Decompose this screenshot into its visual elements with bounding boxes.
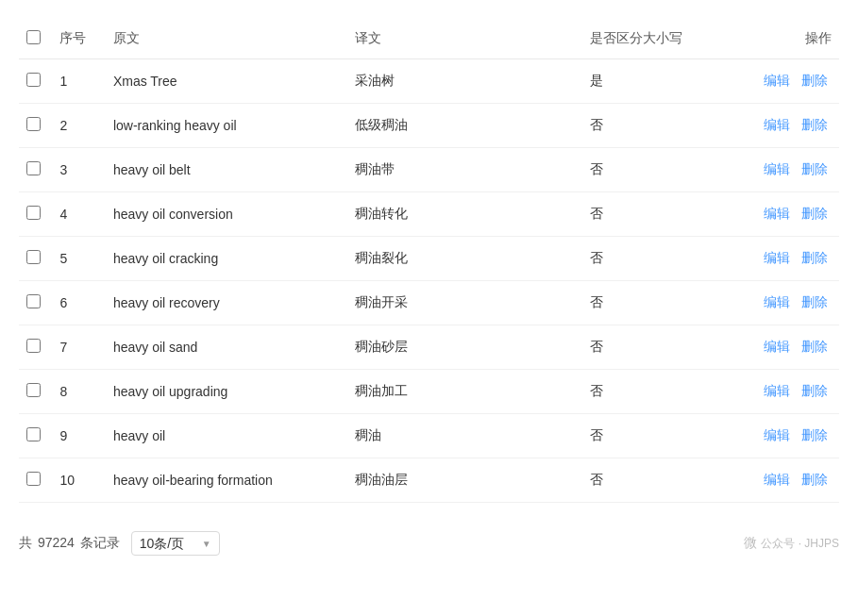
row-translation: 采油树 [347,59,582,104]
edit-button[interactable]: 编辑 [760,383,794,400]
row-checkbox[interactable] [26,73,41,87]
row-translation: 稠油油层 [347,458,582,503]
table-row: 1 Xmas Tree 采油树 是 编辑 删除 [19,59,839,104]
row-checkbox[interactable] [26,117,41,131]
row-original: Xmas Tree [106,59,347,104]
delete-button[interactable]: 删除 [798,117,832,134]
row-translation: 稠油转化 [347,192,582,237]
row-index: 7 [52,325,106,370]
footer-left: 共 97224 条记录 10条/页20条/页50条/页100条/页 ▼ [19,531,220,556]
header-translation: 译文 [347,19,582,59]
edit-button[interactable]: 编辑 [760,161,794,178]
row-case-sensitive: 否 [582,104,735,148]
delete-button[interactable]: 删除 [798,294,832,311]
row-checkbox[interactable] [26,206,41,220]
page-size-selector[interactable]: 10条/页20条/页50条/页100条/页 ▼ [131,531,220,556]
row-original: heavy oil sand [106,325,347,370]
delete-button[interactable]: 删除 [798,383,832,400]
row-checkbox[interactable] [26,250,41,264]
delete-button[interactable]: 删除 [798,73,832,90]
table-row: 8 heavy oil upgrading 稠油加工 否 编辑 删除 [19,370,839,414]
row-index: 5 [52,237,106,281]
delete-button[interactable]: 删除 [798,161,832,178]
table-footer: 共 97224 条记录 10条/页20条/页50条/页100条/页 ▼ 微 公众… [19,522,839,556]
row-actions: 编辑 删除 [735,414,839,458]
row-actions: 编辑 删除 [735,370,839,414]
data-table: 序号 原文 译文 是否区分大小写 操作 1 Xmas Tree 采油树 是 编辑… [19,19,839,503]
page-size-select[interactable]: 10条/页20条/页50条/页100条/页 [140,536,196,551]
row-index: 1 [52,59,106,104]
table-row: 2 low-ranking heavy oil 低级稠油 否 编辑 删除 [19,104,839,148]
edit-button[interactable]: 编辑 [760,339,794,356]
edit-button[interactable]: 编辑 [760,206,794,223]
row-translation: 稠油裂化 [347,237,582,281]
edit-button[interactable]: 编辑 [760,427,794,444]
delete-button[interactable]: 删除 [798,206,832,223]
row-case-sensitive: 否 [582,237,735,281]
row-checkbox-cell [19,458,52,503]
row-original: heavy oil belt [106,148,347,192]
row-translation: 稠油 [347,414,582,458]
row-checkbox[interactable] [26,472,41,486]
row-checkbox-cell [19,370,52,414]
row-case-sensitive: 否 [582,458,735,503]
watermark: 微 公众号 · JHJPS [744,535,839,552]
row-actions: 编辑 删除 [735,237,839,281]
row-checkbox[interactable] [26,294,41,308]
row-case-sensitive: 否 [582,370,735,414]
row-original: heavy oil-bearing formation [106,458,347,503]
select-all-checkbox[interactable] [26,30,41,44]
row-index: 2 [52,104,106,148]
row-checkbox[interactable] [26,339,41,353]
row-case-sensitive: 否 [582,192,735,237]
header-original: 原文 [106,19,347,59]
delete-button[interactable]: 删除 [798,339,832,356]
row-checkbox-cell [19,325,52,370]
row-translation: 稠油开采 [347,281,582,325]
row-checkbox-cell [19,414,52,458]
table-row: 9 heavy oil 稠油 否 编辑 删除 [19,414,839,458]
row-original: heavy oil conversion [106,192,347,237]
row-index: 4 [52,192,106,237]
row-original: heavy oil [106,414,347,458]
delete-button[interactable]: 删除 [798,472,832,489]
row-checkbox-cell [19,281,52,325]
row-case-sensitive: 否 [582,414,735,458]
row-original: heavy oil recovery [106,281,347,325]
delete-button[interactable]: 删除 [798,427,832,444]
edit-button[interactable]: 编辑 [760,117,794,134]
edit-button[interactable]: 编辑 [760,73,794,90]
row-checkbox-cell [19,237,52,281]
row-checkbox[interactable] [26,383,41,397]
row-translation: 稠油带 [347,148,582,192]
row-checkbox-cell [19,59,52,104]
chevron-down-icon: ▼ [202,539,211,549]
row-actions: 编辑 删除 [735,148,839,192]
table-row: 5 heavy oil cracking 稠油裂化 否 编辑 删除 [19,237,839,281]
row-translation: 稠油加工 [347,370,582,414]
row-index: 3 [52,148,106,192]
wechat-icon: 微 [744,535,757,552]
row-checkbox[interactable] [26,161,41,175]
row-original: heavy oil cracking [106,237,347,281]
row-checkbox-cell [19,148,52,192]
edit-button[interactable]: 编辑 [760,472,794,489]
delete-button[interactable]: 删除 [798,250,832,267]
row-actions: 编辑 删除 [735,59,839,104]
row-original: low-ranking heavy oil [106,104,347,148]
row-original: heavy oil upgrading [106,370,347,414]
header-case-sensitive: 是否区分大小写 [582,19,735,59]
edit-button[interactable]: 编辑 [760,250,794,267]
row-actions: 编辑 删除 [735,281,839,325]
table-row: 7 heavy oil sand 稠油砂层 否 编辑 删除 [19,325,839,370]
row-case-sensitive: 否 [582,148,735,192]
table-row: 10 heavy oil-bearing formation 稠油油层 否 编辑… [19,458,839,503]
row-checkbox-cell [19,104,52,148]
row-actions: 编辑 删除 [735,325,839,370]
header-checkbox-col [19,19,52,59]
row-checkbox[interactable] [26,427,41,441]
footer-right: 微 公众号 · JHJPS [744,535,839,552]
row-case-sensitive: 否 [582,281,735,325]
row-index: 10 [52,458,106,503]
edit-button[interactable]: 编辑 [760,294,794,311]
